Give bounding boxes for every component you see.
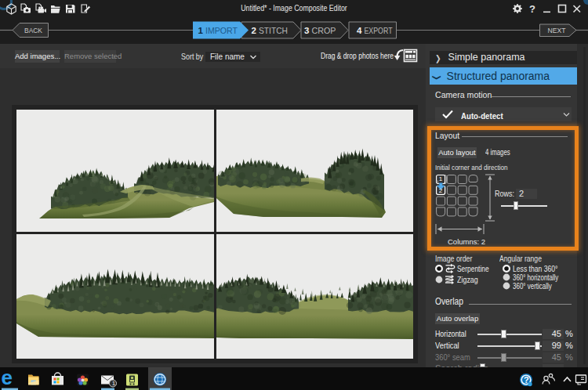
svg-text:4: 4 <box>357 26 362 35</box>
svg-text:BACK: BACK <box>24 26 43 34</box>
svg-text:EXPORT: EXPORT <box>365 26 393 35</box>
svg-text:2: 2 <box>439 187 443 194</box>
svg-text:3: 3 <box>304 26 309 35</box>
svg-text:STITCH: STITCH <box>259 26 288 35</box>
svg-text:1: 1 <box>198 26 204 35</box>
svg-text:1: 1 <box>112 380 116 387</box>
svg-text:e: e <box>2 367 13 389</box>
svg-text:NEXT: NEXT <box>548 26 566 34</box>
svg-text:1: 1 <box>439 175 443 182</box>
svg-text:2: 2 <box>252 26 256 35</box>
svg-text:CROP: CROP <box>312 26 336 35</box>
svg-text:IMPORT: IMPORT <box>205 26 238 35</box>
svg-text:?: ? <box>529 3 535 15</box>
